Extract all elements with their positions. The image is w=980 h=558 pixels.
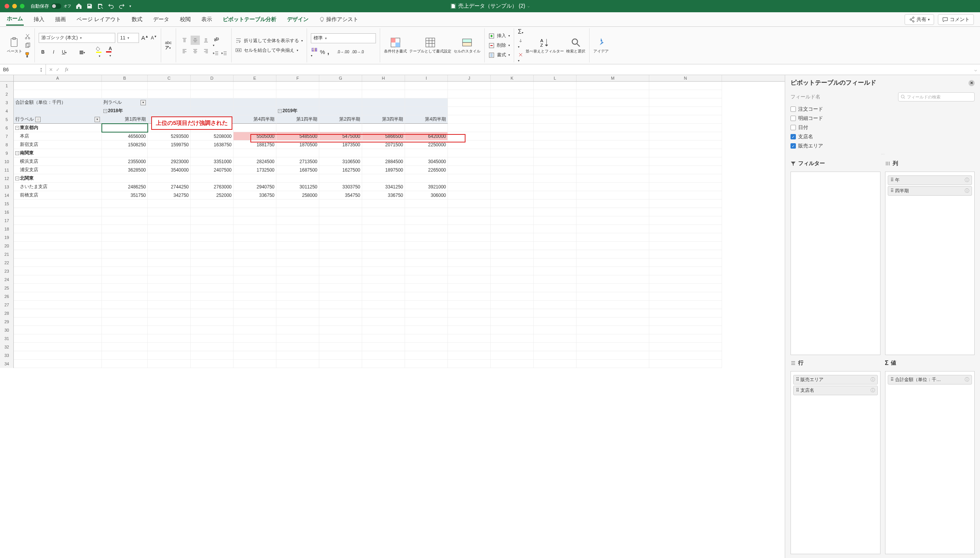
cell[interactable] bbox=[576, 259, 649, 267]
undo-icon[interactable] bbox=[108, 3, 114, 9]
cell[interactable]: 1732500 bbox=[234, 166, 276, 174]
cell-styles-button[interactable]: セルのスタイル bbox=[454, 37, 481, 54]
cell[interactable]: さいたま支店 bbox=[14, 183, 102, 191]
cell[interactable]: 2824500 bbox=[234, 158, 276, 166]
cell[interactable] bbox=[533, 115, 576, 124]
cell[interactable] bbox=[448, 359, 491, 368]
cell[interactable] bbox=[533, 225, 576, 233]
columns-drop-area[interactable]: ⠿ 年ⓘ ⠿ 四半期ⓘ bbox=[885, 172, 975, 355]
cell[interactable] bbox=[649, 132, 722, 141]
cell[interactable] bbox=[14, 82, 102, 90]
cell[interactable] bbox=[14, 217, 102, 225]
cell[interactable]: 2355000 bbox=[102, 158, 148, 166]
cell[interactable] bbox=[102, 259, 148, 267]
increase-decimal-icon[interactable]: .0→.00 bbox=[337, 50, 349, 54]
fx-icon[interactable]: fx bbox=[63, 67, 69, 72]
cell[interactable]: 1873500 bbox=[319, 141, 362, 149]
cell[interactable] bbox=[649, 317, 722, 326]
cell[interactable] bbox=[448, 225, 491, 233]
cell[interactable] bbox=[102, 334, 148, 343]
cell[interactable] bbox=[102, 300, 148, 309]
cell[interactable] bbox=[649, 359, 722, 368]
cell[interactable] bbox=[491, 267, 533, 276]
cell[interactable] bbox=[491, 242, 533, 250]
cell[interactable] bbox=[448, 82, 491, 90]
cell[interactable] bbox=[576, 217, 649, 225]
cell[interactable] bbox=[191, 343, 234, 351]
cell[interactable] bbox=[491, 149, 533, 158]
spreadsheet-grid[interactable]: ABCDEFGHIJKLMN 123合計金額（単位：千円）列ラベル ▾4−201… bbox=[0, 75, 785, 558]
cell[interactable] bbox=[191, 217, 234, 225]
cell[interactable]: 351750 bbox=[102, 191, 148, 200]
cell[interactable] bbox=[234, 200, 276, 208]
cell[interactable] bbox=[491, 259, 533, 267]
filter-drop-area[interactable] bbox=[790, 172, 880, 355]
cell[interactable] bbox=[276, 174, 319, 183]
bold-button[interactable]: B bbox=[39, 49, 47, 55]
cell[interactable] bbox=[14, 242, 102, 250]
column-header[interactable]: N bbox=[649, 75, 722, 81]
row-header[interactable]: 6 bbox=[0, 124, 14, 132]
cell[interactable] bbox=[649, 225, 722, 233]
cell[interactable] bbox=[405, 225, 448, 233]
cell[interactable] bbox=[276, 351, 319, 359]
cell[interactable] bbox=[491, 326, 533, 334]
cell[interactable] bbox=[576, 267, 649, 276]
cell[interactable] bbox=[649, 149, 722, 158]
cell[interactable] bbox=[649, 124, 722, 132]
cell[interactable] bbox=[448, 292, 491, 300]
cell[interactable] bbox=[362, 351, 405, 359]
row-header[interactable]: 1 bbox=[0, 82, 14, 90]
pill-area[interactable]: ⠿ 販売エリアⓘ bbox=[793, 375, 878, 384]
cell[interactable] bbox=[14, 284, 102, 292]
cell[interactable]: 5293500 bbox=[148, 132, 191, 141]
cell[interactable] bbox=[102, 217, 148, 225]
cell[interactable] bbox=[276, 250, 319, 259]
cell[interactable] bbox=[148, 359, 191, 368]
cell[interactable] bbox=[576, 276, 649, 284]
cell[interactable]: 第3四半期 bbox=[362, 115, 405, 124]
cell[interactable]: 3628500 bbox=[102, 166, 148, 174]
cell[interactable] bbox=[362, 317, 405, 326]
cell[interactable] bbox=[319, 225, 362, 233]
cell[interactable] bbox=[276, 90, 319, 98]
cell[interactable] bbox=[102, 200, 148, 208]
cell[interactable] bbox=[362, 90, 405, 98]
cell[interactable] bbox=[148, 267, 191, 276]
cell[interactable]: 第2四半期 bbox=[319, 115, 362, 124]
cell[interactable] bbox=[14, 326, 102, 334]
cell[interactable] bbox=[276, 233, 319, 242]
cell[interactable] bbox=[491, 82, 533, 90]
cell[interactable] bbox=[533, 158, 576, 166]
cell[interactable] bbox=[276, 317, 319, 326]
cell[interactable] bbox=[234, 300, 276, 309]
cell[interactable] bbox=[14, 267, 102, 276]
cell[interactable] bbox=[649, 351, 722, 359]
cell[interactable] bbox=[533, 132, 576, 141]
cell[interactable] bbox=[576, 233, 649, 242]
cell[interactable] bbox=[533, 250, 576, 259]
cell[interactable] bbox=[276, 225, 319, 233]
cell[interactable] bbox=[448, 317, 491, 326]
cell[interactable] bbox=[533, 174, 576, 183]
row-header[interactable]: 12 bbox=[0, 174, 14, 183]
cell[interactable] bbox=[319, 208, 362, 217]
cell[interactable] bbox=[448, 343, 491, 351]
cell[interactable] bbox=[362, 309, 405, 317]
cell[interactable] bbox=[491, 115, 533, 124]
cell[interactable] bbox=[14, 292, 102, 300]
cell[interactable] bbox=[448, 208, 491, 217]
cell[interactable] bbox=[576, 317, 649, 326]
cell[interactable] bbox=[234, 284, 276, 292]
cell[interactable]: 5505000 bbox=[234, 132, 276, 141]
cell[interactable] bbox=[276, 200, 319, 208]
cell[interactable]: 1687500 bbox=[276, 166, 319, 174]
cell[interactable]: 2744250 bbox=[148, 183, 191, 191]
cell[interactable]: −東京都内 bbox=[14, 124, 102, 132]
cell[interactable] bbox=[448, 90, 491, 98]
cell[interactable] bbox=[491, 276, 533, 284]
cell[interactable] bbox=[191, 200, 234, 208]
cell[interactable] bbox=[649, 208, 722, 217]
cell[interactable] bbox=[14, 309, 102, 317]
cell[interactable] bbox=[448, 217, 491, 225]
